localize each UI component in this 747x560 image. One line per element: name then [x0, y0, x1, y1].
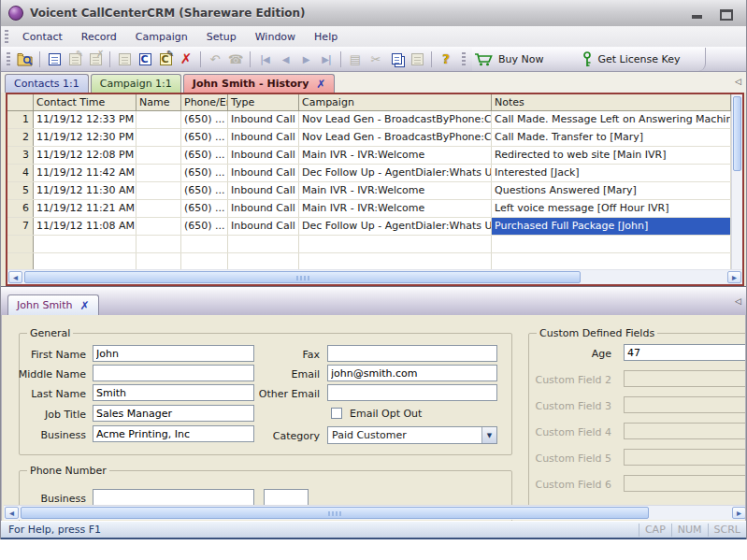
table-row[interactable]: 611/19/12 11:21 AM(650) ...Inbound CallM…	[7, 200, 731, 218]
cell-notes[interactable]: Interested [Jack]	[492, 165, 731, 181]
detail-tabbar-collapse-icon[interactable]: ◁	[735, 296, 741, 306]
cell-type[interactable]: Inbound Call	[228, 111, 299, 128]
contact-list-button[interactable]	[44, 50, 65, 69]
row-number-cell[interactable]: 4	[7, 165, 34, 181]
cell-campaign[interactable]: Dec Follow Up - AgentDialer:Whats Up	[299, 218, 492, 235]
cell-contact-time[interactable]: 11/19/12 12:30 PM	[34, 129, 136, 146]
cell-campaign[interactable]: Dec Follow Up - AgentDialer:Whats Up	[299, 165, 492, 181]
tab-john-smith[interactable]: John Smith ✗	[7, 294, 99, 315]
cell-contact-time[interactable]: 11/19/12 11:21 AM	[34, 200, 136, 217]
cell-type[interactable]: Inbound Call	[228, 147, 299, 164]
close-detail-tab-icon[interactable]: ✗	[79, 299, 89, 312]
scroll-right-icon[interactable]: ▸	[727, 271, 741, 283]
help-button[interactable]: ?	[436, 50, 456, 69]
cell-contact-time[interactable]: 11/19/12 12:08 PM	[34, 147, 136, 164]
table-row[interactable]: 211/19/12 12:30 PM(650) ...Inbound CallN…	[7, 129, 731, 147]
minimize-button[interactable]	[688, 7, 705, 21]
cell-type[interactable]: Inbound Call	[228, 129, 299, 146]
cell-type[interactable]: Inbound Call	[228, 200, 299, 217]
cell-notes[interactable]: Redirected to web site [Main IVR]	[492, 147, 731, 164]
table-row[interactable]: 511/19/12 11:30 AM(650) ...Inbound CallM…	[7, 182, 731, 200]
column-header-name[interactable]: Name	[136, 94, 181, 110]
email-opt-out-checkbox[interactable]	[331, 408, 342, 419]
cell-notes[interactable]: Call Made. Message Left on Answering Mac…	[492, 111, 731, 128]
cell-campaign[interactable]: Main IVR - IVR:Welcome	[299, 147, 492, 164]
row-number-cell[interactable]: 1	[7, 111, 34, 128]
cell-name[interactable]	[136, 165, 181, 181]
phone-business-ext-field[interactable]	[264, 489, 309, 506]
grid-horizontal-scrollbar[interactable]: ◂ ▸	[7, 269, 742, 284]
fax-field[interactable]	[327, 345, 497, 362]
row-number-cell[interactable]: 7	[7, 218, 34, 235]
table-row[interactable]: 711/19/12 11:08 AM(650) ...Inbound CallD…	[7, 218, 731, 236]
row-number-cell[interactable]: 3	[7, 147, 34, 164]
delete-record-button[interactable]: ✗	[176, 50, 196, 69]
phone-business-field[interactable]	[93, 489, 254, 506]
form-hscroll-thumb[interactable]	[21, 507, 649, 519]
cell-notes[interactable]: Call Made. Transfer to [Mary]	[492, 129, 731, 146]
table-row[interactable]: 411/19/12 11:42 AM(650) ...Inbound CallD…	[7, 165, 731, 182]
cell-name[interactable]	[136, 182, 181, 199]
cell-name[interactable]	[136, 200, 181, 217]
close-tab-icon[interactable]: ✗	[316, 78, 325, 91]
grid-vertical-scrollbar[interactable]	[731, 94, 742, 269]
menu-grip-handle[interactable]	[5, 30, 8, 44]
cell-phone-er[interactable]: (650) ...	[181, 182, 228, 199]
cell-name[interactable]	[136, 218, 181, 235]
open-contact-button[interactable]	[15, 50, 36, 69]
cell-name[interactable]	[136, 129, 181, 146]
tab-campaign-1-1[interactable]: Campaign 1:1	[91, 74, 181, 93]
form-horizontal-scrollbar[interactable]: ◂ ▸	[4, 505, 746, 520]
edit-campaign-button[interactable]: C✎	[155, 50, 176, 69]
cell-notes[interactable]: Left voice message [Off Hour IVR]	[492, 200, 731, 217]
cell-phone-er[interactable]: (650) ...	[181, 111, 228, 128]
dropdown-arrow-icon[interactable]: ▼	[481, 427, 496, 443]
cell-type[interactable]: Inbound Call	[228, 182, 299, 199]
tab-john-smith-history[interactable]: John Smith - History✗	[183, 74, 336, 93]
menu-window[interactable]: Window	[246, 29, 305, 45]
menu-help[interactable]: Help	[305, 29, 347, 45]
column-header-campaign[interactable]: Campaign	[299, 94, 492, 110]
form-scroll-right-icon[interactable]: ▸	[732, 507, 746, 519]
column-header-type[interactable]: Type	[228, 94, 299, 110]
cell-notes[interactable]: Questions Answered [Mary]	[492, 182, 731, 199]
scroll-left-icon[interactable]: ◂	[8, 271, 22, 283]
menu-contact[interactable]: Contact	[13, 29, 72, 45]
cell-campaign[interactable]: Main IVR - IVR:Welcome	[299, 200, 492, 217]
menu-campaign[interactable]: Campaign	[126, 29, 197, 45]
cell-name[interactable]	[136, 147, 181, 164]
tab-contacts-1-1[interactable]: Contacts 1:1	[5, 74, 89, 93]
grid-hscroll-thumb[interactable]	[24, 271, 581, 283]
column-header-rownum[interactable]	[7, 94, 34, 110]
cell-type[interactable]: Inbound Call	[228, 165, 299, 181]
cell-campaign[interactable]: Nov Lead Gen - BroadcastByPhone:Ch...	[299, 111, 492, 128]
column-header-contact-time[interactable]: Contact Time	[34, 94, 136, 110]
selected-notes-cell[interactable]: Purchased Full Package [John]	[492, 218, 731, 235]
cell-campaign[interactable]: Main IVR - IVR:Welcome	[299, 182, 492, 199]
cell-contact-time[interactable]: 11/19/12 12:33 PM	[34, 111, 136, 128]
tabbar-collapse-icon[interactable]: ◁	[735, 77, 741, 86]
cell-phone-er[interactable]: (650) ...	[181, 218, 228, 235]
column-header-notes[interactable]: Notes	[492, 94, 731, 110]
cell-contact-time[interactable]: 11/19/12 11:42 AM	[34, 165, 136, 181]
cell-contact-time[interactable]: 11/19/12 11:08 AM	[34, 218, 136, 235]
copy-button[interactable]	[386, 50, 407, 69]
new-campaign-button[interactable]: C	[135, 50, 155, 69]
cell-type[interactable]: Inbound Call	[228, 218, 299, 235]
form-scroll-left-icon[interactable]: ◂	[5, 507, 19, 519]
cell-phone-er[interactable]: (650) ...	[181, 147, 228, 164]
row-number-cell[interactable]: 6	[7, 200, 34, 217]
menu-record[interactable]: Record	[72, 29, 126, 45]
category-select[interactable]: Paid Customer▼	[327, 426, 497, 444]
toolbar-grip-handle[interactable]	[7, 52, 10, 66]
menu-setup[interactable]: Setup	[197, 29, 246, 45]
cell-phone-er[interactable]: (650) ...	[181, 129, 228, 146]
grid-vscroll-thumb[interactable]	[733, 96, 741, 171]
cell-name[interactable]	[136, 111, 181, 128]
column-header-phone-er[interactable]: Phone/Er	[181, 94, 228, 110]
email-field[interactable]	[327, 365, 497, 381]
row-number-cell[interactable]: 5	[7, 182, 34, 199]
age-field[interactable]	[624, 344, 746, 361]
get-license-key-button[interactable]: Get License Key	[581, 51, 691, 67]
buy-now-button[interactable]: Buy Now	[472, 52, 554, 66]
